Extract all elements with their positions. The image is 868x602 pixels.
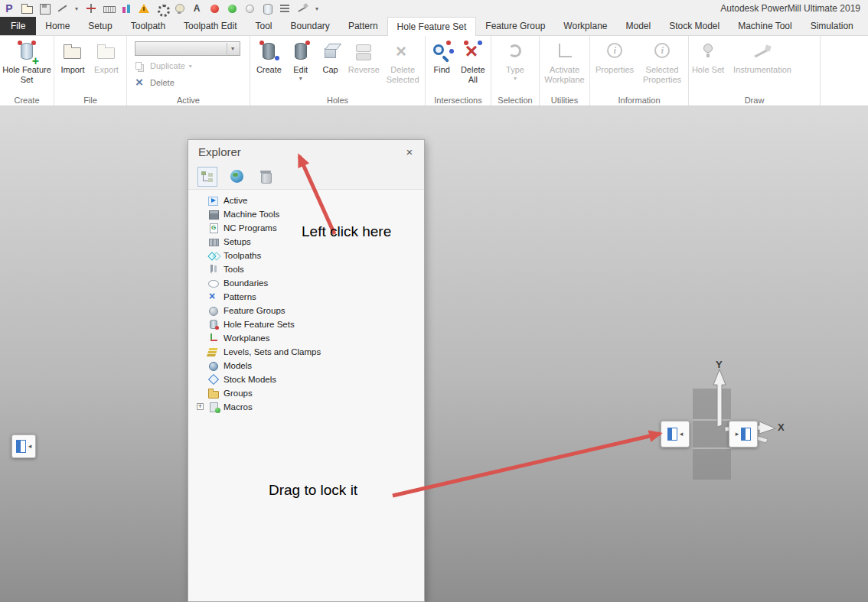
- tab-toolpath[interactable]: Toolpath: [122, 17, 175, 35]
- holes-cap-button[interactable]: Cap: [315, 37, 346, 75]
- tab-setup[interactable]: Setup: [79, 17, 121, 35]
- recycle-bin-button[interactable]: [256, 167, 276, 187]
- toolbar-list-icon[interactable]: [279, 2, 291, 15]
- tree-view-button[interactable]: [197, 167, 217, 187]
- fonts-icon[interactable]: A: [191, 2, 203, 15]
- group-label: Holes: [250, 96, 425, 105]
- dropdown-arrow-icon[interactable]: ▾: [314, 2, 320, 15]
- tree-item-feature-groups[interactable]: Feature Groups: [194, 304, 424, 317]
- annotation-left-click: Left click here: [302, 223, 391, 240]
- tree-item-levels-sets-clamps[interactable]: Levels, Sets and Clamps: [194, 345, 424, 359]
- activate-workplane-button[interactable]: Activate Workplane: [541, 37, 588, 84]
- selection-type-button[interactable]: Type ▾: [498, 37, 532, 82]
- tab-machine-tool[interactable]: Machine Tool: [729, 17, 801, 35]
- viewport-canvas[interactable]: [0, 106, 868, 602]
- explorer-header[interactable]: Explorer ×: [188, 140, 424, 164]
- tab-workplane[interactable]: Workplane: [554, 17, 616, 35]
- find-intersections-button[interactable]: Find: [427, 37, 457, 75]
- toolpaths-icon: [208, 250, 219, 261]
- tab-model[interactable]: Model: [616, 17, 660, 35]
- tree-item-machine-tools[interactable]: Machine Tools: [194, 207, 424, 221]
- delete-all-intersections-button[interactable]: Delete All: [457, 37, 489, 84]
- button-label: Properties: [596, 65, 634, 75]
- tree-item-active[interactable]: Active: [194, 194, 424, 207]
- tab-file[interactable]: File: [0, 17, 36, 35]
- export-button[interactable]: Export: [90, 37, 123, 75]
- delete-all-icon: [461, 40, 485, 64]
- record-red-icon[interactable]: [208, 2, 220, 15]
- tools-icon: [208, 264, 219, 275]
- tree-item-workplanes[interactable]: Workplanes: [194, 331, 424, 345]
- tree-item-patterns[interactable]: Patterns: [194, 290, 424, 304]
- tab-simulation[interactable]: Simulation: [801, 17, 863, 35]
- button-label: Activate Workplane: [541, 65, 588, 84]
- web-view-button[interactable]: [227, 167, 246, 187]
- macro-wand-icon[interactable]: [296, 2, 308, 15]
- combo-dropdown-icon: ▾: [227, 43, 238, 54]
- properties-button[interactable]: Properties: [592, 37, 638, 75]
- explorer-title: Explorer: [198, 145, 241, 158]
- options-gear-icon[interactable]: [155, 2, 168, 15]
- dock-right-button[interactable]: ▸: [729, 421, 758, 447]
- tab-toolpath-edit[interactable]: Toolpath Edit: [175, 17, 246, 35]
- dock-left-button[interactable]: ◂: [661, 421, 690, 447]
- statistics-icon[interactable]: [120, 2, 132, 15]
- tab-pattern[interactable]: Pattern: [339, 17, 387, 35]
- tree-item-toolpaths[interactable]: Toolpaths: [194, 249, 424, 262]
- holes-create-button[interactable]: Create: [252, 37, 286, 75]
- holes-delete-selected-button[interactable]: Delete Selected: [382, 37, 423, 84]
- tree-item-boundaries[interactable]: Boundaries: [194, 276, 424, 290]
- holes-reverse-button[interactable]: Reverse: [345, 37, 382, 75]
- group-label: Draw: [689, 96, 820, 105]
- axes-icon[interactable]: [85, 2, 97, 15]
- tab-boundary[interactable]: Boundary: [282, 17, 339, 35]
- button-label: Selected Properties: [638, 65, 687, 84]
- ribbon: + Hole Feature Set Create Import Export …: [0, 36, 868, 106]
- dropdown-arrow-icon[interactable]: ▾: [73, 2, 80, 15]
- draw-line-icon[interactable]: [56, 2, 68, 15]
- tree-item-hole-feature-sets[interactable]: Hole Feature Sets: [194, 317, 424, 331]
- powermill-logo-icon[interactable]: P: [3, 2, 15, 15]
- expand-icon[interactable]: +: [197, 403, 204, 410]
- tree-item-groups[interactable]: Groups: [194, 386, 424, 400]
- workplane-axes-icon: [553, 40, 577, 64]
- button-label: Delete: [150, 78, 175, 87]
- holes-edit-button[interactable]: Edit ▾: [286, 37, 315, 82]
- tree-item-macros[interactable]: +Macros: [194, 400, 424, 414]
- duplicate-button[interactable]: Duplicate ▾: [135, 59, 242, 73]
- dock-left-arrow-icon: ◂: [680, 431, 684, 438]
- import-button[interactable]: Import: [56, 37, 90, 75]
- cylinder-icon[interactable]: [261, 2, 273, 15]
- delete-button[interactable]: Delete: [135, 76, 242, 89]
- ruler-icon[interactable]: [103, 2, 115, 15]
- close-icon[interactable]: ×: [403, 145, 416, 158]
- tab-stock-model[interactable]: Stock Model: [660, 17, 729, 35]
- feature-groups-icon: [208, 305, 219, 316]
- ribbon-group-intersections: Find Delete All Intersections: [426, 36, 491, 106]
- save-project-icon[interactable]: [38, 2, 51, 15]
- tab-home[interactable]: Home: [36, 17, 79, 35]
- warnings-icon[interactable]: [138, 2, 150, 15]
- tree-item-stock-models[interactable]: Stock Models: [194, 373, 424, 386]
- assistant-bulb-icon[interactable]: [173, 2, 185, 15]
- hole-feature-set-create-button[interactable]: + Hole Feature Set: [2, 37, 52, 84]
- open-project-icon[interactable]: [21, 2, 33, 15]
- tab-feature-group[interactable]: Feature Group: [476, 17, 554, 35]
- record-green-icon[interactable]: [226, 2, 238, 15]
- instrumentation-button[interactable]: Instrumentation: [726, 37, 799, 75]
- active-item-combobox[interactable]: ▾: [135, 41, 240, 56]
- tree-item-tools[interactable]: Tools: [194, 262, 424, 276]
- tree-item-models[interactable]: Models: [194, 359, 424, 373]
- tree-item-label: Active: [224, 196, 247, 205]
- setups-icon: [208, 236, 219, 247]
- dropdown-arrow-icon: ▾: [514, 76, 517, 82]
- record-neutral-icon[interactable]: [243, 2, 256, 15]
- ribbon-group-selection: Type ▾ Selection: [491, 36, 540, 106]
- tab-tool[interactable]: Tool: [246, 17, 281, 35]
- globe-icon: [230, 170, 243, 183]
- tab-hole-feature-set[interactable]: Hole Feature Set: [387, 17, 477, 36]
- hole-set-draw-button[interactable]: Hole Set: [690, 37, 726, 75]
- selected-properties-button[interactable]: Selected Properties: [638, 37, 687, 84]
- button-label: Hole Feature Set: [2, 65, 52, 84]
- dock-edge-left-button[interactable]: ◂: [11, 434, 36, 458]
